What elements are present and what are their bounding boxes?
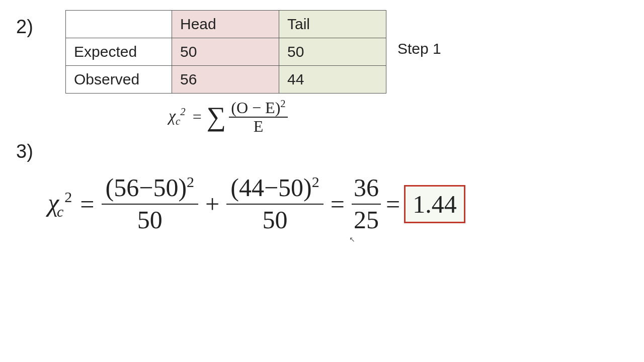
- chi-square-formula: χc2 = ∑ (O − E)2 E: [169, 98, 288, 135]
- cursor-icon: ↖: [349, 235, 355, 243]
- calc-plus: +: [205, 190, 219, 219]
- step-label: Step 1: [397, 40, 441, 57]
- formula-chi: χ: [169, 107, 176, 125]
- calc-frac3-den: 25: [352, 205, 381, 235]
- table-observed-tail: 44: [279, 66, 386, 94]
- question-number-3: 3): [16, 141, 33, 162]
- question-number-2: 2): [16, 16, 33, 38]
- contingency-table: Head Tail Expected 50 50 Observed 56 44: [65, 10, 386, 94]
- calc-term2-den: 50: [258, 205, 291, 235]
- calc-term2-num-base: (44−50): [230, 173, 312, 202]
- table-expected-head: 50: [172, 38, 279, 66]
- formula-sub: c: [176, 116, 180, 127]
- calc-frac3-num: 36: [352, 173, 381, 205]
- formula-equals: =: [193, 108, 202, 126]
- table-header-head: Head: [172, 11, 279, 38]
- table-corner-cell: [66, 11, 172, 38]
- sigma-icon: ∑: [207, 103, 226, 130]
- table-row-expected-label: Expected: [66, 38, 172, 66]
- calc-term-2: (44−50)2 50: [226, 173, 324, 234]
- result-box: 1.44: [404, 185, 465, 223]
- calc-term-1: (56−50)2 50: [102, 173, 199, 234]
- formula-num-sup: 2: [280, 98, 285, 109]
- formula-denominator: E: [252, 118, 266, 135]
- table-observed-head: 56: [172, 66, 279, 94]
- calc-term1-den: 50: [133, 205, 167, 235]
- formula-fraction: (O − E)2 E: [229, 98, 287, 135]
- table-header-tail: Tail: [279, 11, 386, 38]
- calc-fraction-simplified: 36 25: [352, 173, 381, 234]
- formula-sup: 2: [180, 106, 185, 117]
- table-row-observed-label: Observed: [66, 66, 172, 94]
- calc-term1-num-sup: 2: [187, 173, 194, 190]
- table-expected-tail: 50: [279, 38, 386, 66]
- calc-term1-num-base: (56−50): [106, 173, 187, 202]
- calc-equals-1: =: [80, 190, 94, 219]
- calc-equals-2: =: [331, 190, 345, 219]
- calc-result: 1.44: [413, 190, 457, 218]
- formula-numerator: (O − E): [231, 99, 280, 117]
- calc-term2-num-sup: 2: [312, 173, 319, 190]
- calc-sub: c: [57, 203, 63, 220]
- calc-sup: 2: [64, 189, 72, 205]
- chi-square-calculation: χc2 = (56−50)2 50 + (44−50)2 50 = 36 25 …: [48, 173, 465, 234]
- calc-equals-3: =: [386, 190, 400, 219]
